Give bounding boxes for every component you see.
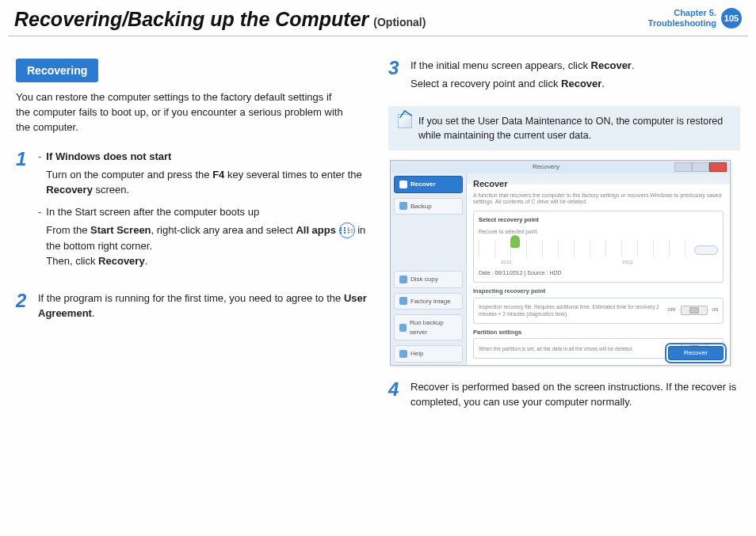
step-number-3: 3 bbox=[388, 59, 403, 92]
step1a-post: screen. bbox=[93, 184, 129, 196]
step1b-l3-pre: Then, click bbox=[46, 255, 98, 267]
step1b-l3-post: . bbox=[145, 255, 148, 267]
step1a-title: If Windows does not start bbox=[46, 150, 171, 162]
step1a-pre: Turn on the computer and press the bbox=[46, 169, 212, 181]
help-icon bbox=[399, 350, 407, 358]
recovery-app-screenshot: Recovery Recover Backup bbox=[390, 160, 731, 366]
minimize-icon[interactable] bbox=[674, 162, 692, 172]
svg-rect-5 bbox=[351, 232, 353, 233]
panel-maintain-label: Maintain user data bbox=[473, 363, 724, 365]
inspect-toggle[interactable] bbox=[681, 306, 708, 315]
inspect-row-text: Inspection recovery file. Requires addit… bbox=[479, 303, 663, 318]
sidebar-label-factory: Factory image bbox=[410, 297, 451, 306]
sidebar-item-backup[interactable]: Backup bbox=[394, 198, 463, 215]
chapter-line1: Chapter 5. bbox=[648, 8, 716, 18]
step-number-1: 1 bbox=[16, 150, 30, 277]
timeline[interactable] bbox=[479, 240, 689, 257]
svg-rect-3 bbox=[351, 230, 353, 231]
step1a-mid: key several times to enter the bbox=[224, 169, 361, 181]
shot-window-title: Recovery bbox=[533, 162, 559, 172]
panel-select-point-sub: Recover to selected point. bbox=[479, 228, 718, 235]
backup-icon bbox=[399, 202, 407, 210]
svg-rect-1 bbox=[351, 229, 353, 230]
recover-button-label: Recover bbox=[669, 347, 723, 359]
step3-l2-post: . bbox=[601, 78, 605, 89]
svg-point-2 bbox=[349, 230, 350, 231]
server-icon bbox=[399, 324, 407, 332]
sidebar-label-diskcopy: Disk copy bbox=[410, 275, 438, 284]
panel-select-point-label: Select recovery point bbox=[479, 216, 718, 225]
sidebar-label-backup: Backup bbox=[410, 202, 432, 211]
step3-l2-bold: Recover bbox=[561, 78, 601, 89]
sidebar-label-recover: Recover bbox=[410, 180, 436, 189]
sidebar-item-factory[interactable]: Factory image bbox=[394, 293, 463, 310]
recover-icon bbox=[399, 181, 407, 188]
page-number-badge: 105 bbox=[721, 8, 742, 29]
svg-point-0 bbox=[349, 229, 350, 230]
panel-inspect-label: Inspecting recovery point bbox=[473, 287, 724, 296]
chapter-line2: Troubleshooting bbox=[648, 18, 716, 29]
maximize-icon[interactable] bbox=[692, 162, 709, 172]
step3-l1-post: . bbox=[632, 59, 635, 71]
year-2012: 2012 bbox=[501, 259, 511, 266]
step2-post: . bbox=[92, 307, 95, 319]
drive-select-button[interactable] bbox=[694, 245, 718, 255]
step3-l1-bold: Recover bbox=[591, 59, 632, 71]
step1b-l1-post: , right-click any area and select bbox=[151, 225, 296, 237]
shot-main-title: Recover bbox=[473, 178, 724, 191]
sidebar-item-help[interactable]: Help bbox=[394, 345, 463, 363]
on-label: ON bbox=[712, 307, 719, 313]
disk-icon bbox=[399, 276, 407, 283]
sidebar-label-help: Help bbox=[410, 349, 423, 359]
shot-main-desc: A function that recovers the computer to… bbox=[473, 192, 724, 206]
off-label: OFF bbox=[668, 307, 676, 313]
step2-pre: If the program is running for the first … bbox=[38, 292, 344, 304]
note-text: If you set the User Data Maintenance to … bbox=[418, 114, 731, 143]
factory-icon bbox=[399, 297, 407, 305]
all-apps-icon bbox=[339, 222, 355, 238]
step1b-l2-bold: All apps bbox=[296, 225, 336, 237]
step1b-l1-pre: From the bbox=[46, 225, 90, 237]
sidebar-label-runserver: Run backup server bbox=[410, 318, 457, 336]
step1a-key-f4: F4 bbox=[212, 169, 224, 181]
sidebar-item-diskcopy[interactable]: Disk copy bbox=[394, 271, 463, 288]
timeline-marker[interactable] bbox=[510, 235, 520, 248]
sidebar-item-recover[interactable]: Recover bbox=[394, 176, 463, 193]
section-heading: Recovering bbox=[16, 59, 98, 82]
sidebar-item-runserver[interactable]: Run backup server bbox=[394, 314, 463, 340]
year-2013: 2013 bbox=[622, 259, 632, 266]
partition-row-text: When the partition is set, all the data … bbox=[479, 345, 663, 352]
panel-partition-label: Partition settings bbox=[473, 329, 724, 337]
intro-text: You can restore the computer settings to… bbox=[16, 90, 349, 135]
step3-l2-pre: Select a recovery point and click bbox=[410, 78, 561, 89]
step4-text: Recover is performed based on the screen… bbox=[410, 380, 740, 410]
note-icon bbox=[398, 114, 412, 128]
page-title: Recovering/Backing up the Computer bbox=[14, 8, 368, 31]
close-icon[interactable] bbox=[709, 162, 727, 172]
step-number-4: 4 bbox=[388, 380, 403, 410]
svg-point-4 bbox=[349, 231, 350, 232]
step1b-intro: In the Start screen after the computer b… bbox=[46, 206, 259, 218]
date-source-line: Date : 08/11/2012 | Source : HDD bbox=[479, 269, 718, 277]
step1b-l3-bold: Recovery bbox=[98, 255, 145, 267]
step1a-key-recovery: Recovery bbox=[46, 184, 93, 196]
step-number-2: 2 bbox=[16, 291, 30, 321]
step1b-l1-bold: Start Screen bbox=[90, 225, 151, 237]
page-title-optional: (Optional) bbox=[373, 16, 426, 29]
recover-button[interactable]: Recover bbox=[668, 346, 724, 360]
step3-l1-pre: If the initial menu screen appears, clic… bbox=[410, 59, 591, 71]
note-callout: If you set the User Data Maintenance to … bbox=[388, 106, 740, 150]
